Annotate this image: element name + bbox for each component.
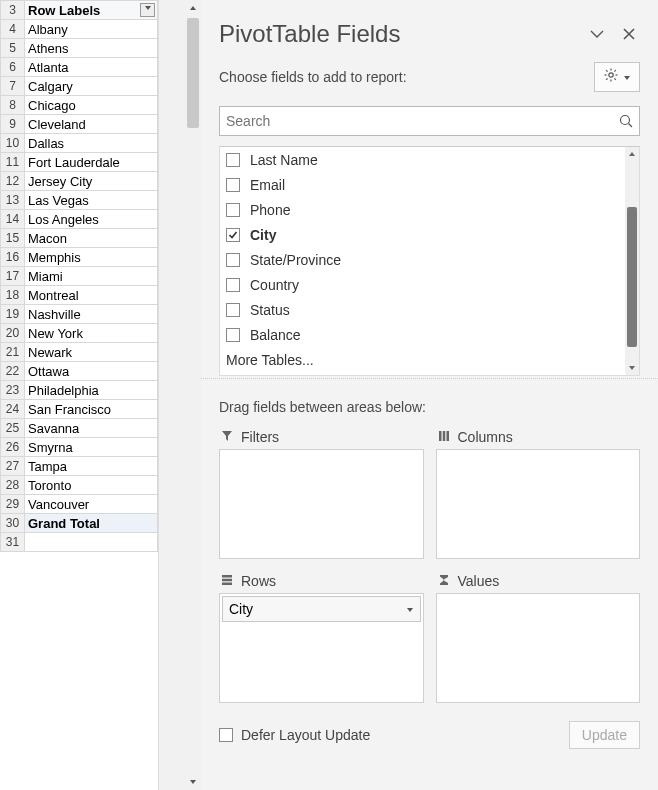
field-item[interactable]: Balance bbox=[220, 322, 639, 347]
row-number[interactable]: 10 bbox=[1, 134, 25, 153]
field-checkbox[interactable] bbox=[226, 253, 240, 267]
row-number[interactable]: 16 bbox=[1, 248, 25, 267]
cell[interactable]: San Francisco bbox=[25, 400, 158, 419]
row-number[interactable]: 21 bbox=[1, 343, 25, 362]
field-checkbox[interactable] bbox=[226, 303, 240, 317]
cell[interactable]: Athens bbox=[25, 39, 158, 58]
cell[interactable]: Albany bbox=[25, 20, 158, 39]
close-icon[interactable] bbox=[618, 23, 640, 45]
field-item[interactable]: City bbox=[220, 222, 639, 247]
field-item[interactable]: Status bbox=[220, 297, 639, 322]
cell[interactable]: Memphis bbox=[25, 248, 158, 267]
row-number[interactable]: 8 bbox=[1, 96, 25, 115]
row-number[interactable]: 7 bbox=[1, 77, 25, 96]
rows-area[interactable]: Rows City bbox=[219, 569, 424, 703]
scroll-thumb[interactable] bbox=[187, 18, 199, 128]
cell[interactable]: Grand Total bbox=[25, 514, 158, 533]
cell[interactable]: Row Labels bbox=[25, 1, 158, 20]
filters-area[interactable]: Filters bbox=[219, 425, 424, 559]
field-checkbox[interactable] bbox=[226, 178, 240, 192]
cell[interactable]: Smyrna bbox=[25, 438, 158, 457]
cell[interactable]: Chicago bbox=[25, 96, 158, 115]
search-input[interactable] bbox=[220, 113, 613, 129]
row-number[interactable]: 17 bbox=[1, 267, 25, 286]
scroll-down-icon[interactable] bbox=[185, 774, 201, 790]
cell[interactable]: Macon bbox=[25, 229, 158, 248]
cell[interactable]: Tampa bbox=[25, 457, 158, 476]
cell[interactable]: Miami bbox=[25, 267, 158, 286]
scroll-thumb[interactable] bbox=[627, 207, 637, 347]
cell[interactable]: Atlanta bbox=[25, 58, 158, 77]
search-icon[interactable] bbox=[613, 113, 639, 129]
fields-scrollbar[interactable] bbox=[625, 147, 639, 375]
row-number[interactable]: 15 bbox=[1, 229, 25, 248]
vertical-scrollbar[interactable] bbox=[159, 0, 201, 790]
row-number[interactable]: 11 bbox=[1, 153, 25, 172]
area-field-item[interactable]: City bbox=[222, 596, 421, 622]
row-number[interactable]: 12 bbox=[1, 172, 25, 191]
values-area[interactable]: Values bbox=[436, 569, 641, 703]
cell[interactable]: Toronto bbox=[25, 476, 158, 495]
update-button[interactable]: Update bbox=[569, 721, 640, 749]
row-number[interactable]: 25 bbox=[1, 419, 25, 438]
cell[interactable]: Cleveland bbox=[25, 115, 158, 134]
cell[interactable]: Los Angeles bbox=[25, 210, 158, 229]
worksheet[interactable]: 3Row Labels4Albany5Athens6Atlanta7Calgar… bbox=[0, 0, 159, 790]
collapse-icon[interactable] bbox=[586, 23, 608, 45]
row-number[interactable]: 20 bbox=[1, 324, 25, 343]
row-number[interactable]: 13 bbox=[1, 191, 25, 210]
cell[interactable]: Fort Lauderdale bbox=[25, 153, 158, 172]
cell[interactable]: Vancouver bbox=[25, 495, 158, 514]
row-number[interactable]: 30 bbox=[1, 514, 25, 533]
more-tables-link[interactable]: More Tables... bbox=[220, 347, 639, 372]
row-number[interactable]: 4 bbox=[1, 20, 25, 39]
field-checkbox[interactable] bbox=[226, 203, 240, 217]
cell[interactable] bbox=[25, 533, 158, 552]
row-number[interactable]: 27 bbox=[1, 457, 25, 476]
row-number[interactable]: 28 bbox=[1, 476, 25, 495]
cell[interactable]: Montreal bbox=[25, 286, 158, 305]
field-item[interactable]: Email bbox=[220, 172, 639, 197]
cell[interactable]: New York bbox=[25, 324, 158, 343]
field-item[interactable]: State/Province bbox=[220, 247, 639, 272]
field-item[interactable]: Country bbox=[220, 272, 639, 297]
row-number[interactable]: 29 bbox=[1, 495, 25, 514]
cell[interactable]: Dallas bbox=[25, 134, 158, 153]
tools-button[interactable] bbox=[594, 62, 640, 92]
row-number[interactable]: 22 bbox=[1, 362, 25, 381]
cell[interactable]: Nashville bbox=[25, 305, 158, 324]
fields-list[interactable]: Last NameEmailPhoneCityState/ProvinceCou… bbox=[219, 146, 640, 376]
row-number[interactable]: 23 bbox=[1, 381, 25, 400]
row-number[interactable]: 26 bbox=[1, 438, 25, 457]
scroll-up-icon[interactable] bbox=[185, 0, 201, 16]
row-number[interactable]: 5 bbox=[1, 39, 25, 58]
cell[interactable]: Las Vegas bbox=[25, 191, 158, 210]
cell[interactable]: Newark bbox=[25, 343, 158, 362]
cell[interactable]: Calgary bbox=[25, 77, 158, 96]
columns-area[interactable]: Columns bbox=[436, 425, 641, 559]
row-number[interactable]: 14 bbox=[1, 210, 25, 229]
field-checkbox[interactable] bbox=[226, 278, 240, 292]
filter-dropdown-button[interactable] bbox=[140, 3, 155, 17]
cell[interactable]: Savanna bbox=[25, 419, 158, 438]
row-number[interactable]: 3 bbox=[1, 1, 25, 20]
cell[interactable]: Jersey City bbox=[25, 172, 158, 191]
cell[interactable]: Ottawa bbox=[25, 362, 158, 381]
field-checkbox[interactable] bbox=[226, 228, 240, 242]
chevron-down-icon[interactable] bbox=[406, 601, 414, 617]
row-number[interactable]: 6 bbox=[1, 58, 25, 77]
cell[interactable]: Philadelphia bbox=[25, 381, 158, 400]
defer-layout-checkbox[interactable] bbox=[219, 728, 233, 742]
field-checkbox[interactable] bbox=[226, 153, 240, 167]
field-item[interactable]: Last Name bbox=[220, 147, 639, 172]
row-number[interactable]: 31 bbox=[1, 533, 25, 552]
field-item[interactable]: Phone bbox=[220, 197, 639, 222]
scroll-down-icon[interactable] bbox=[625, 361, 639, 375]
row-number[interactable]: 19 bbox=[1, 305, 25, 324]
row-number[interactable]: 24 bbox=[1, 400, 25, 419]
row-number[interactable]: 18 bbox=[1, 286, 25, 305]
search-input-wrapper[interactable] bbox=[219, 106, 640, 136]
scroll-up-icon[interactable] bbox=[625, 147, 639, 161]
field-checkbox[interactable] bbox=[226, 328, 240, 342]
row-number[interactable]: 9 bbox=[1, 115, 25, 134]
